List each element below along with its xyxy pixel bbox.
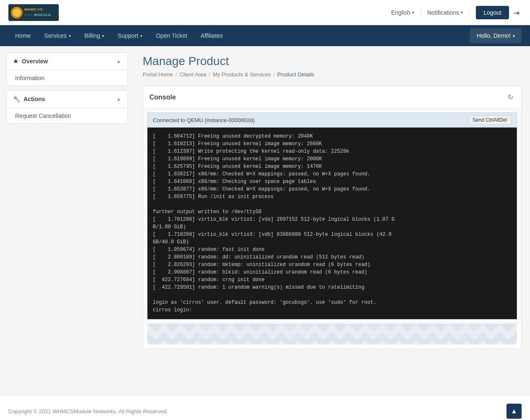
english-chevron-icon: ▾ — [412, 10, 414, 15]
console-footer-bg — [147, 323, 517, 344]
svg-point-2 — [13, 8, 21, 17]
logout-button[interactable]: Logout — [476, 6, 509, 19]
billing-chevron-icon: ▾ — [102, 34, 104, 38]
footer: Copyright © 2021 WHMCSModule Networks. A… — [0, 395, 530, 420]
nav-support[interactable]: Support ▾ — [111, 25, 149, 46]
breadcrumb-sep3: / — [273, 71, 275, 78]
top-right-controls: English ▾ Notifications ▾ Logout ⇥ — [391, 6, 522, 19]
footer-pattern — [147, 323, 517, 344]
sidebar-overview-panel: ★ Overview ▲ Information — [6, 52, 128, 86]
divider2 — [469, 8, 470, 17]
console-toolbar: Connected to QEMU (instance-0000002d) Se… — [147, 112, 517, 128]
sidebar-overview-header[interactable]: ★ Overview ▲ — [7, 53, 128, 70]
exit-icon[interactable]: ⇥ — [513, 8, 522, 17]
console-card: Console ↻ Connected to QEMU (instance-00… — [143, 86, 522, 349]
console-title: Console — [149, 94, 176, 101]
main-content: Manage Product Portal Home / Client Area… — [134, 46, 530, 395]
actions-chevron-up-icon: ▲ — [116, 96, 121, 102]
footer-copyright: Copyright © 2021 WHMCSModule Networks. A… — [8, 408, 168, 415]
divider — [420, 8, 421, 17]
nav-open-ticket[interactable]: Open Ticket — [149, 25, 194, 46]
support-chevron-icon: ▾ — [140, 34, 142, 38]
page-body: ★ Overview ▲ Information 🔧 Actions ▲ Req… — [0, 46, 530, 395]
sidebar-actions-label: 🔧 Actions — [13, 96, 45, 102]
breadcrumb-product-details: Product Details — [277, 71, 314, 78]
console-area: Connected to QEMU (instance-0000002d) Se… — [143, 108, 521, 323]
english-dropdown[interactable]: English ▾ — [391, 9, 414, 16]
services-chevron-icon: ▾ — [69, 34, 71, 38]
nav-home[interactable]: Home — [8, 25, 37, 46]
breadcrumb-sep1: / — [175, 71, 177, 78]
back-to-top-button[interactable]: ▲ — [507, 404, 522, 419]
sidebar-item-information[interactable]: Information — [7, 70, 128, 86]
refresh-button[interactable]: ↻ — [506, 91, 515, 103]
ctrl-alt-del-button[interactable]: Send CtrlAltDel — [468, 115, 512, 125]
console-status: Connected to QEMU (instance-0000002d) — [153, 117, 255, 123]
sidebar-actions-panel: 🔧 Actions ▲ Request Cancellation — [6, 90, 128, 124]
nav-billing[interactable]: Billing ▾ — [78, 25, 111, 46]
sidebar-actions-header[interactable]: 🔧 Actions ▲ — [7, 91, 128, 108]
top-bar: WHMC☆S ─── MODULE English ▾ Notification… — [0, 0, 530, 25]
logo-area: WHMC☆S ─── MODULE — [8, 4, 59, 21]
user-chevron-icon: ▾ — [513, 34, 515, 38]
breadcrumb-my-products[interactable]: My Products & Services — [213, 71, 271, 78]
breadcrumb-portal-home[interactable]: Portal Home — [143, 71, 173, 78]
sidebar-overview-body: Information — [7, 70, 128, 86]
svg-text:WHMC☆S: WHMC☆S — [24, 8, 43, 11]
star-icon: ★ — [13, 58, 18, 65]
terminal-output[interactable]: [ 1.604712] Freeing unused decrypted mem… — [147, 128, 517, 319]
console-card-header: Console ↻ — [143, 86, 521, 108]
notifications-dropdown[interactable]: Notifications ▾ — [427, 9, 463, 16]
nav-affiliates[interactable]: Affiliates — [194, 25, 230, 46]
sidebar: ★ Overview ▲ Information 🔧 Actions ▲ Req… — [0, 46, 134, 395]
nav-right: Hello, Demo! ▾ — [470, 25, 522, 46]
page-title: Manage Product — [143, 55, 522, 68]
breadcrumb: Portal Home / Client Area / My Products … — [143, 71, 522, 78]
nav-left: Home Services ▾ Billing ▾ Support ▾ Open… — [8, 25, 230, 46]
sidebar-item-request-cancellation[interactable]: Request Cancellation — [7, 108, 128, 123]
nav-user-hello[interactable]: Hello, Demo! ▾ — [470, 28, 522, 43]
notifications-chevron-icon: ▾ — [461, 10, 463, 15]
main-nav: Home Services ▾ Billing ▾ Support ▾ Open… — [0, 25, 530, 46]
overview-chevron-up-icon: ▲ — [116, 58, 121, 64]
svg-text:─── MODULE: ─── MODULE — [24, 13, 51, 17]
wrench-icon: 🔧 — [13, 96, 20, 102]
breadcrumb-sep2: / — [209, 71, 210, 78]
sidebar-actions-body: Request Cancellation — [7, 108, 128, 123]
breadcrumb-client-area[interactable]: Client Area — [180, 71, 206, 78]
nav-services[interactable]: Services ▾ — [37, 25, 78, 46]
sidebar-overview-label: ★ Overview — [13, 58, 48, 65]
site-logo: WHMC☆S ─── MODULE — [8, 4, 59, 21]
